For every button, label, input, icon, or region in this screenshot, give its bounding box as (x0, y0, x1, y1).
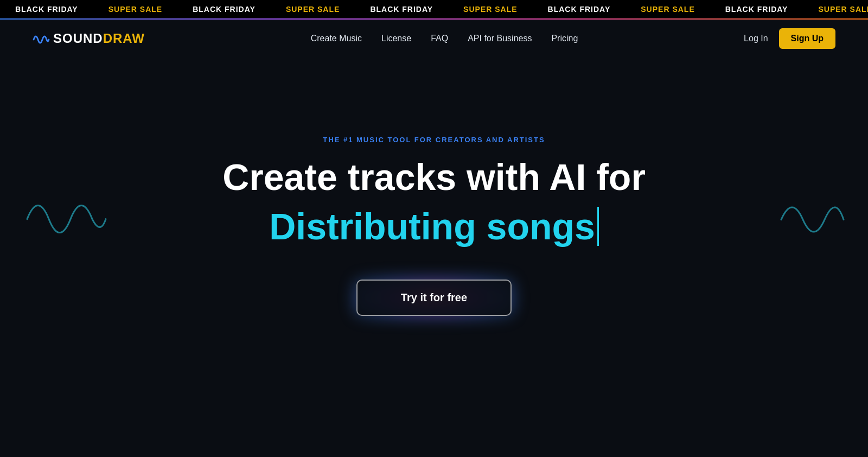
logo-text: SOUNDDRAW (53, 31, 145, 46)
nav-actions: Log In Sign Up (744, 28, 835, 49)
hero-section: THE #1 MUSIC TOOL FOR CREATORS AND ARTIS… (0, 58, 868, 383)
banner-item: SUPER SALE (271, 5, 355, 14)
promo-banner: BLACK FRIDAY SUPER SALE BLACK FRIDAY SUP… (0, 0, 868, 20)
banner-item: SUPER SALE (626, 5, 710, 14)
nav-license[interactable]: License (381, 34, 411, 43)
banner-item: BLACK FRIDAY (177, 5, 271, 14)
nav-api-for-business[interactable]: API for Business (468, 34, 532, 43)
banner-item: BLACK FRIDAY (355, 5, 448, 14)
banner-item: BLACK FRIDAY (710, 5, 803, 14)
wave-right-decoration (776, 190, 846, 241)
try-free-button[interactable]: Try it for free (356, 280, 512, 316)
logo[interactable]: SOUNDDRAW (33, 30, 145, 47)
login-link[interactable]: Log In (744, 34, 768, 43)
banner-item: SUPER SALE (93, 5, 177, 14)
nav-create-music[interactable]: Create Music (311, 34, 362, 43)
signup-button[interactable]: Sign Up (779, 28, 835, 49)
hero-subtitle: THE #1 MUSIC TOOL FOR CREATORS AND ARTIS… (323, 136, 545, 144)
cta-wrapper: Try it for free (356, 280, 512, 316)
typing-cursor (597, 207, 599, 246)
nav-links: Create Music License FAQ API for Busines… (311, 34, 578, 43)
hero-typed-text: Distributing songs (269, 206, 599, 247)
banner-item: SUPER SALE (448, 5, 532, 14)
banner-item: SUPER SALE (803, 5, 868, 14)
banner-scroll-track: BLACK FRIDAY SUPER SALE BLACK FRIDAY SUP… (0, 5, 868, 14)
banner-item: BLACK FRIDAY (0, 5, 93, 14)
banner-item: BLACK FRIDAY (533, 5, 626, 14)
nav-pricing[interactable]: Pricing (551, 34, 578, 43)
nav-faq[interactable]: FAQ (431, 34, 448, 43)
wave-left-decoration (22, 187, 108, 243)
navbar: SOUNDDRAW Create Music License FAQ API f… (0, 20, 868, 58)
logo-waveform-icon (33, 30, 50, 47)
hero-headline: Create tracks with AI for (222, 157, 646, 198)
